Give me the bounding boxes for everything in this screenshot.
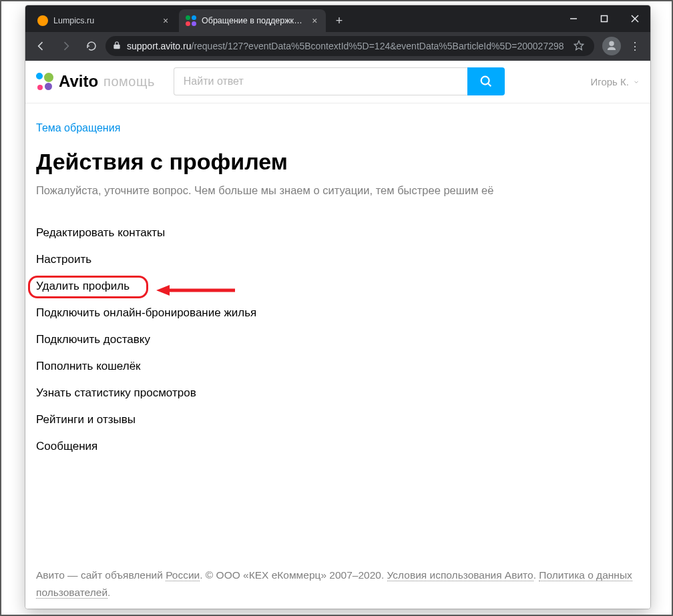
svg-marker-4	[574, 41, 583, 49]
lock-icon	[112, 41, 122, 52]
close-window-button[interactable]	[620, 5, 650, 32]
close-tab-icon[interactable]: ×	[160, 15, 171, 26]
titlebar: Lumpics.ru × Обращение в поддержку Авито…	[25, 5, 650, 32]
footer-country-link[interactable]: России	[166, 569, 200, 581]
address-bar[interactable]: support.avito.ru/request/127?eventData%5…	[105, 36, 594, 56]
url-text: support.avito.ru/request/127?eventData%5…	[127, 41, 564, 51]
svg-line-6	[488, 83, 491, 86]
close-tab-icon[interactable]: ×	[310, 15, 319, 26]
tab-strip: Lumpics.ru × Обращение в поддержку Авито…	[25, 9, 558, 32]
option-ratings-reviews[interactable]: Рейтинги и отзывы	[36, 406, 640, 433]
option-connect-delivery[interactable]: Подключить доставку	[36, 326, 640, 353]
search-input[interactable]	[174, 67, 467, 95]
svg-marker-8	[156, 285, 170, 296]
tab-avito-support[interactable]: Обращение в поддержку Авито ×	[179, 9, 326, 32]
option-top-up-wallet[interactable]: Пополнить кошелёк	[36, 353, 640, 380]
search-form	[174, 67, 505, 95]
forward-button[interactable]	[55, 35, 77, 57]
svg-rect-1	[602, 16, 608, 22]
browser-window: Lumpics.ru × Обращение в поддержку Авито…	[25, 5, 650, 609]
favicon-avito	[186, 15, 196, 26]
annotation-arrow-icon	[156, 284, 236, 297]
brand-name: Avito	[59, 72, 98, 91]
footer: Авито — сайт объявлений России. © ООО «К…	[25, 567, 650, 609]
option-configure[interactable]: Настроить	[36, 246, 640, 273]
tab-lumpics[interactable]: Lumpics.ru ×	[31, 9, 178, 32]
search-icon	[479, 74, 493, 89]
user-menu[interactable]: Игорь К.	[591, 76, 640, 87]
bookmark-star-icon[interactable]	[574, 40, 584, 53]
avito-logo-icon	[36, 73, 53, 90]
page-subtitle: Пожалуйста, уточните вопрос. Чем больше …	[36, 184, 640, 197]
back-button[interactable]	[29, 35, 52, 57]
brand-section: помощь	[103, 74, 155, 89]
brand[interactable]: Avito помощь	[36, 72, 155, 91]
maximize-button[interactable]	[589, 5, 620, 32]
browser-toolbar: support.avito.ru/request/127?eventData%5…	[25, 32, 650, 61]
footer-text: .	[107, 587, 110, 598]
page-viewport: Avito помощь Игорь К. Тема обращения Дей…	[25, 61, 650, 609]
search-button[interactable]	[467, 67, 505, 95]
option-edit-contacts[interactable]: Редактировать контакты	[36, 220, 640, 246]
option-label: Удалить профиль	[36, 280, 130, 292]
user-name: Игорь К.	[591, 76, 630, 87]
option-messages[interactable]: Сообщения	[36, 433, 640, 460]
breadcrumb-link[interactable]: Тема обращения	[36, 122, 120, 133]
option-delete-profile[interactable]: Удалить профиль	[36, 273, 640, 300]
profile-avatar[interactable]	[602, 37, 621, 55]
footer-text: . © ООО «КЕХ еКоммерц» 2007–2020.	[200, 569, 387, 581]
svg-point-5	[481, 77, 489, 85]
option-view-stats[interactable]: Узнать статистику просмотров	[36, 380, 640, 406]
site-header: Avito помощь Игорь К.	[25, 61, 650, 103]
kebab-menu-icon[interactable]: ⋮	[624, 35, 646, 57]
footer-text: .	[533, 569, 539, 581]
chevron-down-icon	[633, 76, 640, 87]
window-controls	[558, 5, 650, 32]
reload-button[interactable]	[80, 35, 103, 57]
option-online-booking[interactable]: Подключить онлайн-бронирование жилья	[36, 300, 640, 326]
tab-title: Обращение в поддержку Авито	[202, 16, 304, 25]
option-list: Редактировать контакты Настроить Удалить…	[36, 220, 640, 460]
main-content: Тема обращения Действия с профилем Пожал…	[25, 103, 650, 487]
new-tab-button[interactable]: +	[330, 11, 349, 30]
favicon-lumpics	[37, 15, 48, 26]
footer-terms-link[interactable]: Условия использования Авито	[387, 569, 533, 581]
minimize-button[interactable]	[558, 5, 589, 32]
tab-title: Lumpics.ru	[53, 16, 155, 25]
page-title: Действия с профилем	[36, 149, 640, 175]
footer-text: Авито — сайт объявлений	[36, 569, 166, 581]
breadcrumb: Тема обращения	[36, 122, 640, 134]
